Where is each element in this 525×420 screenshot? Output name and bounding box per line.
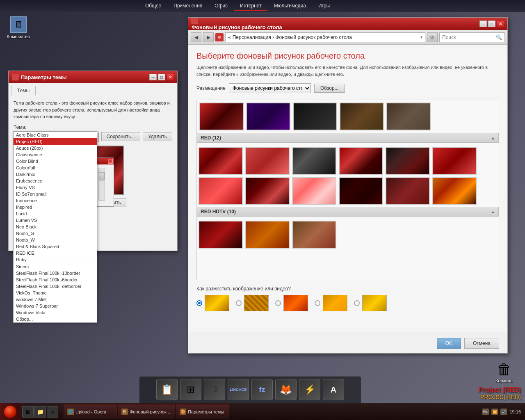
quick-icon-3[interactable]: » bbox=[47, 406, 58, 418]
pos-thumb-2[interactable] bbox=[244, 295, 269, 311]
dropdown-item-win7superbar[interactable]: Windows 7 Superbar bbox=[14, 303, 97, 309]
dropdown-item-erubescence[interactable]: Erubescence bbox=[14, 178, 97, 184]
dropdown-item-clairvoyance[interactable]: Clairvoyance bbox=[14, 151, 97, 158]
hdtv-thumb-1[interactable] bbox=[199, 221, 243, 249]
red-thumb-2[interactable] bbox=[245, 147, 290, 175]
wallpaper-cancel-button[interactable]: Отмена bbox=[464, 338, 499, 349]
maximize-button[interactable]: □ bbox=[158, 74, 165, 80]
browse-button[interactable]: Обзор... bbox=[314, 84, 345, 93]
position-radio-3[interactable] bbox=[275, 300, 281, 306]
dock-icon-6[interactable]: 🦊 bbox=[275, 379, 297, 400]
minimize-button[interactable]: ─ bbox=[149, 74, 157, 80]
forward-button[interactable]: ▶ bbox=[203, 32, 214, 42]
search-icon[interactable]: 🔍 bbox=[496, 34, 502, 40]
dropdown-item-projecred[interactable]: Projec (RED) bbox=[14, 138, 97, 145]
dock-icon-7[interactable]: ⚡ bbox=[299, 379, 320, 400]
section-toggle-red[interactable]: ▲ bbox=[491, 136, 495, 140]
quick-icon-1[interactable]: 🖥 bbox=[22, 406, 34, 418]
red-thumb-12[interactable] bbox=[432, 177, 477, 205]
dropdown-item-steelflash2[interactable]: SteelFlash Final 100k -6border bbox=[14, 276, 97, 283]
image-scroll-area[interactable]: RED (12) ▲ RED HDTV (10) ▲ bbox=[196, 100, 499, 280]
wallpaper-maximize[interactable]: □ bbox=[488, 21, 495, 27]
dropdown-item-colourfull[interactable]: Colourfull bbox=[14, 164, 97, 171]
dropdown-item-darkmix[interactable]: Dark?mix bbox=[14, 171, 97, 178]
position-radio-1[interactable] bbox=[196, 300, 202, 306]
red-thumb-6[interactable] bbox=[432, 147, 477, 175]
address-dropdown-icon[interactable]: ▾ bbox=[420, 35, 422, 39]
dropdown-item-neoblack[interactable]: Neo Black bbox=[14, 224, 97, 230]
dock-icon-8[interactable]: A bbox=[323, 379, 344, 400]
dropdown-item-browse[interactable]: Обзор... bbox=[14, 316, 97, 322]
dropdown-item-lumenvs[interactable]: Lumen VS bbox=[14, 217, 97, 224]
dropdown-item-aquos[interactable]: Aquos (28px) bbox=[14, 145, 97, 151]
taskbar-item-wallpaper[interactable]: 🖼 Фоновый рисунок ... bbox=[118, 404, 175, 419]
dropdown-item-ruby[interactable]: Ruby bbox=[14, 256, 97, 263]
red-thumb-11[interactable] bbox=[386, 177, 430, 205]
wallpaper-close[interactable]: ✕ bbox=[497, 21, 504, 27]
preview-thumb-3[interactable] bbox=[293, 103, 337, 130]
red-thumb-3[interactable] bbox=[292, 147, 336, 175]
wallpaper-minimize[interactable]: ─ bbox=[479, 21, 487, 27]
taskbar-item-opera[interactable]: 🌐 Upload - Opera bbox=[64, 404, 117, 419]
nav-item-general[interactable]: Общее bbox=[139, 1, 167, 11]
scroll-thumb[interactable] bbox=[99, 172, 105, 180]
tray-volume-icon[interactable]: 🔊 bbox=[500, 409, 507, 415]
pos-thumb-5[interactable] bbox=[362, 295, 387, 311]
dropdown-item-nootow[interactable]: Nooto_W bbox=[14, 237, 97, 243]
dropdown-item-steelflash1[interactable]: SteelFlash Final 100k -10border bbox=[14, 270, 97, 276]
preview-thumb-1[interactable] bbox=[199, 103, 244, 130]
address-box[interactable]: « Персонализация › Фоновый рисунок рабоч… bbox=[225, 32, 425, 42]
red-thumb-5[interactable] bbox=[386, 147, 430, 175]
nav-item-games[interactable]: Игры bbox=[313, 1, 336, 11]
position-radio-5[interactable] bbox=[354, 300, 360, 306]
dropdown-item-idse7en[interactable]: ID Se7en small bbox=[14, 191, 97, 197]
dropdown-item-nootog[interactable]: Nooto_G bbox=[14, 230, 97, 237]
dock-icon-1[interactable]: 📋 bbox=[156, 379, 178, 400]
themes-tab[interactable]: Темы bbox=[11, 86, 36, 96]
position-radio-4[interactable] bbox=[315, 300, 320, 306]
pos-thumb-3[interactable] bbox=[283, 295, 308, 311]
save-button[interactable]: Сохранить... bbox=[101, 132, 141, 141]
hdtv-thumb-2[interactable] bbox=[245, 221, 290, 249]
preview-thumb-5[interactable] bbox=[386, 103, 431, 130]
quick-icon-2[interactable]: 📁 bbox=[34, 406, 46, 418]
dock-icon-3[interactable]: ☽ bbox=[204, 379, 225, 400]
dropdown-item-steelflash3[interactable]: SteelFlash Final 100k -defborder bbox=[14, 283, 97, 290]
hdtv-thumb-3[interactable] bbox=[292, 221, 336, 249]
dropdown-item-vickosvs[interactable]: VickOs_Theme bbox=[14, 290, 97, 296]
theme-dropdown-list[interactable]: Aero Blue Glass Projec (RED) Aquos (28px… bbox=[13, 131, 97, 323]
ok-button[interactable]: OK bbox=[437, 338, 461, 349]
dock-icon-2[interactable]: ⊞ bbox=[180, 379, 201, 400]
red-thumb-1[interactable] bbox=[199, 147, 243, 175]
dropdown-item-innocence[interactable]: Innocence bbox=[14, 197, 97, 204]
preview-thumb-4[interactable] bbox=[340, 103, 384, 130]
dropdown-item-redice[interactable]: RED ICE bbox=[14, 250, 97, 256]
desktop-icon-computer[interactable]: 🖥 Компьютер bbox=[4, 16, 33, 39]
start-button[interactable] bbox=[0, 403, 21, 420]
nav-item-apps[interactable]: Применения bbox=[168, 1, 208, 11]
taskbar-item-theme[interactable]: 🎨 Параметры темы bbox=[176, 404, 229, 419]
dropdown-item-colorblind[interactable]: Color Blind bbox=[14, 158, 97, 164]
tray-network-icon[interactable]: 📶 bbox=[491, 409, 498, 415]
dropdown-item-sinem[interactable]: Sinem bbox=[14, 263, 97, 270]
red-thumb-7[interactable] bbox=[199, 177, 243, 205]
red-thumb-9[interactable] bbox=[292, 177, 336, 205]
preview-thumb-2[interactable] bbox=[246, 103, 290, 130]
refresh-button[interactable]: ⟳ bbox=[427, 32, 438, 42]
dock-icon-4[interactable]: LINGAGE bbox=[228, 379, 249, 400]
dock-icon-5[interactable]: fz bbox=[251, 379, 273, 400]
red-thumb-8[interactable] bbox=[245, 177, 290, 205]
dropdown-item-aeroblueglass[interactable]: Aero Blue Glass bbox=[14, 132, 97, 138]
red-thumb-4[interactable] bbox=[339, 147, 383, 175]
delete-button[interactable]: Удалить bbox=[143, 132, 172, 141]
search-box[interactable]: Поиск 🔍 bbox=[439, 32, 505, 42]
nav-item-multimedia[interactable]: Мюльтимедиа bbox=[268, 1, 312, 11]
red-thumb-10[interactable] bbox=[339, 177, 383, 205]
placement-select[interactable]: Фоновые рисунки рабочего стола bbox=[229, 83, 311, 93]
position-radio-2[interactable] bbox=[236, 300, 242, 306]
dropdown-item-win7mist[interactable]: windows 7 Mist bbox=[14, 296, 97, 303]
close-button[interactable]: ✕ bbox=[167, 74, 174, 80]
dropdown-item-lucid[interactable]: Lucid bbox=[14, 210, 97, 217]
small-dialog-close[interactable]: ✕ bbox=[108, 159, 113, 164]
tray-language[interactable]: RU bbox=[482, 409, 489, 415]
